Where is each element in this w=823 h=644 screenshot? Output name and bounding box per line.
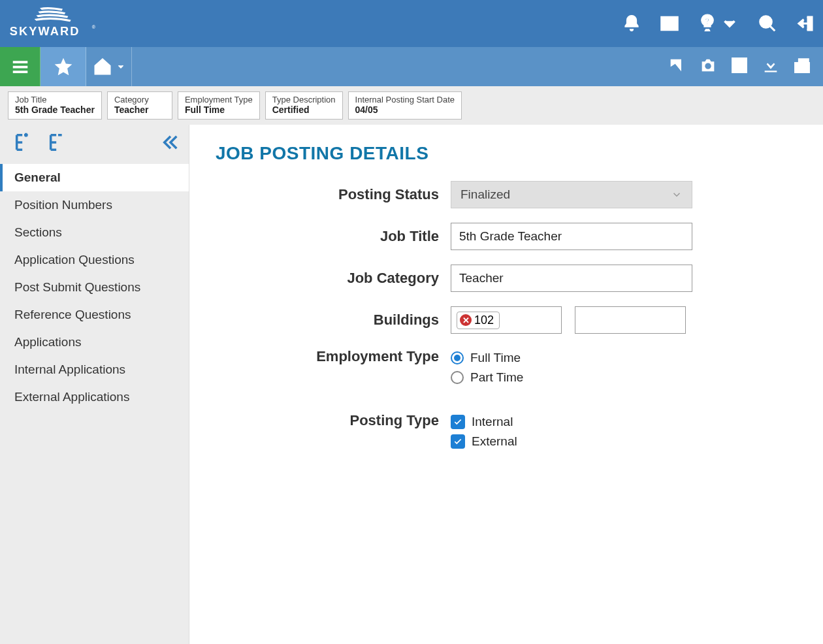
employment-type-part-time[interactable]: Part Time xyxy=(451,370,523,385)
menu-button[interactable] xyxy=(0,47,40,86)
breadcrumb-label: Category xyxy=(114,95,165,105)
posting-type-external[interactable]: External xyxy=(451,434,517,449)
buildings-input-2[interactable] xyxy=(575,306,686,334)
breadcrumb-card: Category Teacher xyxy=(107,91,172,120)
exit-icon[interactable] xyxy=(796,14,815,33)
toolbar xyxy=(0,47,823,86)
sidebar-item-reference-questions[interactable]: Reference Questions xyxy=(0,301,189,329)
breadcrumb-value: Certified xyxy=(272,105,336,115)
sidebar-nav: General Position Numbers Sections Applic… xyxy=(0,161,189,411)
building-chip-value: 102 xyxy=(474,314,494,327)
posting-type-internal[interactable]: Internal xyxy=(451,415,517,429)
sidebar-item-external-applications[interactable]: External Applications xyxy=(0,383,189,411)
breadcrumb-bar: Job Title 5th Grade Teacher Category Tea… xyxy=(0,86,823,125)
employment-type-label: Employment Type xyxy=(216,348,451,365)
help-icon[interactable]: ? xyxy=(698,14,739,33)
sidebar-item-sections[interactable]: Sections xyxy=(0,219,189,246)
job-category-label: Job Category xyxy=(216,270,451,287)
breadcrumb-card: Job Title 5th Grade Teacher xyxy=(8,91,102,120)
breadcrumb-value: Teacher xyxy=(114,105,165,115)
breadcrumb-label: Employment Type xyxy=(185,95,253,105)
search-icon[interactable] xyxy=(758,14,777,33)
dock-icon[interactable] xyxy=(793,56,811,77)
posting-status-select[interactable]: Finalized xyxy=(451,181,692,208)
breadcrumb-card: Employment Type Full Time xyxy=(178,91,260,120)
svg-point-4 xyxy=(760,16,772,28)
buildings-input-1[interactable]: ✕ 102 xyxy=(451,306,562,334)
radio-icon xyxy=(451,351,464,364)
expand-tree-icon[interactable] xyxy=(13,131,35,156)
checkbox-label: Internal xyxy=(472,415,513,429)
toolbar-spacer xyxy=(132,47,178,86)
collapse-tree-icon[interactable] xyxy=(47,131,69,156)
job-title-label: Job Title xyxy=(216,228,451,245)
svg-text:SKYWARD: SKYWARD xyxy=(10,25,80,38)
content-area: JOB POSTING DETAILS Posting Status Final… xyxy=(189,125,823,644)
download-icon[interactable] xyxy=(762,56,780,77)
breadcrumb-label: Job Title xyxy=(15,95,95,105)
sidebar-item-applications[interactable]: Applications xyxy=(0,329,189,356)
svg-text:?: ? xyxy=(705,17,710,26)
breadcrumb-card: Type Description Certified xyxy=(265,91,343,120)
job-category-input[interactable] xyxy=(451,265,692,292)
breadcrumb-value: 5th Grade Teacher xyxy=(15,105,95,115)
posting-status-label: Posting Status xyxy=(216,186,451,203)
sidebar-item-general[interactable]: General xyxy=(0,164,189,191)
sidebar-item-internal-applications[interactable]: Internal Applications xyxy=(0,356,189,383)
checkbox-icon xyxy=(451,434,465,449)
camera-icon[interactable] xyxy=(699,56,717,77)
sidebar-item-application-questions[interactable]: Application Questions xyxy=(0,246,189,274)
employment-type-full-time[interactable]: Full Time xyxy=(451,351,523,365)
checkbox-label: External xyxy=(472,434,517,449)
checkbox-icon xyxy=(451,415,465,429)
radio-label: Part Time xyxy=(470,370,523,385)
job-title-input[interactable] xyxy=(451,223,692,250)
home-button[interactable] xyxy=(86,47,132,86)
bell-icon[interactable] xyxy=(622,14,641,33)
brand-logo: SKYWARD ® xyxy=(8,5,108,42)
posting-type-label: Posting Type xyxy=(216,412,451,429)
breadcrumb-card: Internal Posting Start Date 04/05 xyxy=(348,91,462,120)
header-icon-group: ? xyxy=(622,14,815,33)
remove-chip-icon[interactable]: ✕ xyxy=(460,314,472,326)
sidebar: General Position Numbers Sections Applic… xyxy=(0,125,189,644)
svg-point-5 xyxy=(705,63,711,69)
sidebar-item-post-submit-questions[interactable]: Post Submit Questions xyxy=(0,274,189,301)
chevron-down-icon xyxy=(671,189,683,201)
favorites-button[interactable] xyxy=(40,47,86,86)
radio-label: Full Time xyxy=(470,351,521,365)
breadcrumb-label: Type Description xyxy=(272,95,336,105)
buildings-label: Buildings xyxy=(216,312,451,329)
back-arrow-icon[interactable] xyxy=(668,56,686,77)
resize-icon[interactable] xyxy=(730,56,749,77)
mail-icon[interactable] xyxy=(660,14,679,33)
page-title: JOB POSTING DETAILS xyxy=(216,143,797,164)
collapse-sidebar-icon[interactable] xyxy=(161,133,180,154)
app-header: SKYWARD ® ? xyxy=(0,0,823,47)
radio-icon xyxy=(451,371,464,384)
building-chip[interactable]: ✕ 102 xyxy=(457,312,500,329)
sidebar-item-position-numbers[interactable]: Position Numbers xyxy=(0,191,189,219)
posting-status-value: Finalized xyxy=(460,187,510,202)
breadcrumb-label: Internal Posting Start Date xyxy=(355,95,455,105)
svg-text:®: ® xyxy=(92,25,96,29)
breadcrumb-value: 04/05 xyxy=(355,105,455,115)
breadcrumb-value: Full Time xyxy=(185,105,253,115)
